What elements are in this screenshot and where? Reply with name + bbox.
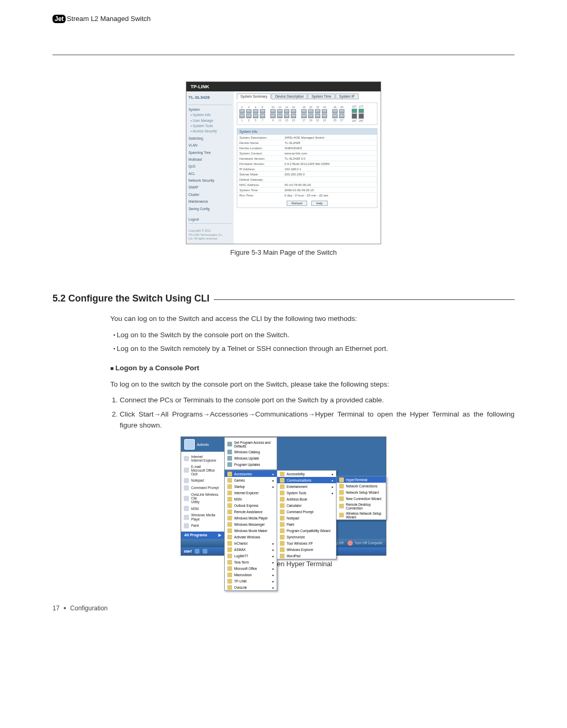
- menu-item: Remote Desktop Connection: [337, 502, 386, 511]
- brand-logo: Jet: [52, 15, 66, 23]
- sub-intro: To log on to the switch by the console p…: [110, 379, 514, 390]
- port-panel: 2143658710912111413161518172019222124232…: [237, 102, 377, 125]
- menu-item: Accessories▸: [225, 471, 277, 477]
- tray-icon: [203, 549, 207, 554]
- figure-5-4-caption: Figure 5-4 Open Hyper Terminal: [52, 560, 514, 568]
- menu-item: System Tools▸: [277, 490, 336, 496]
- subheading: Logon by a Console Port: [110, 363, 514, 374]
- fig1-sidebar: TL-SL3428 System • System Info • User Ma…: [186, 91, 234, 244]
- menu-item: Entertainment▸: [277, 483, 336, 490]
- menu-item: Accessibility▸: [277, 471, 336, 477]
- menu-item: Communications▸: [277, 477, 336, 483]
- menu-item: Wireless Network Setup Wizard: [337, 511, 386, 519]
- menu-item: Activate Windows: [225, 534, 277, 540]
- brand-suffix: Stream: [67, 15, 89, 23]
- section-intro: You can log on to the Switch and access …: [110, 314, 514, 325]
- info-row: Run Time:0 day - 0 hour - 25 min - 22 se…: [237, 192, 377, 197]
- sidebar-item: Multicast: [188, 157, 232, 162]
- menu-item: ASMAX▸: [225, 546, 277, 553]
- figure-5-3-caption: Figure 5-3 Main Page of the Switch: [52, 248, 514, 256]
- bullet-item: Log on to the Switch by the console port…: [113, 330, 514, 341]
- menu-item: Program Compatibility Wizard: [277, 527, 336, 534]
- sidebar-item: VLAN: [188, 143, 232, 148]
- help-button: Help: [311, 201, 327, 206]
- menu-item: Microsoft Office▸: [225, 565, 277, 571]
- pinned-item: Windows Media Playe: [181, 512, 224, 522]
- menu-item: Macrovision▸: [225, 571, 277, 578]
- sidebar-item: Network Security: [188, 178, 232, 183]
- menu-item: Address Book: [277, 496, 336, 502]
- menu-item: IxChariot▸: [225, 540, 277, 546]
- sidebar-item: QoS: [188, 164, 232, 169]
- sidebar-item: Switching: [188, 136, 232, 141]
- section-heading-text: 5.2 Configure the Switch Using CLI: [52, 293, 209, 304]
- sidebar-sub: • System Info: [188, 112, 232, 118]
- menu-item: Network Connections: [337, 483, 386, 489]
- pinned-item: E-mail Microsoft Office Outl: [181, 464, 224, 477]
- menu-item: TP-LINK▸: [225, 578, 277, 584]
- menu-item: Command Prompt: [277, 508, 336, 515]
- menu-item: Windows Update: [225, 455, 277, 461]
- sidebar-logout: Logout: [188, 217, 232, 224]
- pinned-item: Paint: [181, 522, 224, 529]
- tab: System IP: [335, 93, 359, 99]
- avatar-icon: [184, 439, 195, 450]
- tab: Device Description: [271, 93, 307, 99]
- sidebar-sub: • System Tools: [188, 123, 232, 129]
- user-name: Admin: [197, 442, 209, 447]
- pinned-item: MSN: [181, 505, 224, 512]
- page-number: 17: [52, 605, 59, 612]
- menu-item: Games▸: [225, 477, 277, 483]
- menu-item: Synchronize: [277, 534, 336, 540]
- info-row: System Description:24FE+4GE Managed Swit…: [237, 134, 377, 140]
- sidebar-item: Saving Config: [188, 206, 232, 212]
- menu-item: Windows Messenger: [225, 521, 277, 527]
- refresh-button: Refresh: [287, 201, 307, 206]
- menu-item: Windows Media Player: [225, 515, 277, 521]
- all-programs: All Programs▶: [181, 532, 224, 539]
- tab: System Time: [308, 93, 335, 99]
- shutdown-label: Turn Off Computer: [354, 541, 383, 545]
- info-row: System Time:2006-01-06 09:25:15: [237, 187, 377, 192]
- sidebar-item: ACL: [188, 171, 232, 176]
- tab: System Summary: [237, 93, 271, 99]
- info-row: Subnet Mask:255.255.255.0: [237, 171, 377, 176]
- figure-switch-main-page: TP-LINK TL-SL3428 System • System Info •…: [186, 81, 381, 244]
- shutdown-icon: [348, 540, 353, 546]
- menu-item: MSN: [225, 496, 277, 502]
- step-item: Click Start→All Programs→Accessories→Com…: [120, 409, 514, 431]
- sidebar-item: SNMP: [188, 185, 232, 190]
- sidebar-sub: • User Manage: [188, 118, 232, 123]
- menu-item: LogMeTT▸: [225, 553, 277, 559]
- sidebar-item: Spanning Tree: [188, 150, 232, 155]
- menu-item: Startup▸: [225, 483, 277, 490]
- heading-rule: [214, 299, 514, 300]
- start-user: Admin: [181, 437, 224, 452]
- pinned-item: Command Prompt: [181, 484, 224, 492]
- page-header: JetStream L2 Managed Switch: [52, 15, 514, 23]
- menu-item: Tour Windows XP: [277, 540, 336, 546]
- tray-icon: [195, 549, 200, 554]
- menu-item: Paint: [277, 521, 336, 527]
- fig1-model: TL-SL3428: [188, 95, 232, 105]
- sidebar-sub: • Access Security: [188, 129, 232, 134]
- menu-item: Network Setup Wizard: [337, 489, 386, 495]
- menu-item: Outlook Express: [225, 502, 277, 508]
- menu-item: OvisLink▸: [225, 584, 277, 590]
- menu-item: Tera Term▸: [225, 559, 277, 565]
- sidebar-item: System: [188, 107, 232, 112]
- info-row: Device Name:TL-SL3428: [237, 140, 377, 145]
- bullet-item: Log on to the Switch remotely by a Telne…: [113, 344, 514, 355]
- system-info-box: System Info System Description:24FE+4GE …: [237, 128, 377, 208]
- footer-bullet-icon: [64, 605, 66, 612]
- pinned-item: Notepad: [181, 477, 224, 484]
- pinned-item: Internet Internet Explorer: [181, 454, 224, 463]
- info-row: Hardware Version:TL-SL3428 3.0: [237, 155, 377, 161]
- menu-item: Program Updates: [225, 461, 277, 467]
- pinned-item: OvisLink Wireless Clie Utility: [181, 492, 224, 505]
- menu-item: HyperTerminal: [337, 476, 386, 483]
- menu-item: Calculator: [277, 502, 336, 508]
- fig1-tabs: System Summary Device Description System…: [237, 93, 377, 99]
- sidebar-item: Cluster: [188, 192, 232, 197]
- fig1-brandbar: TP-LINK: [186, 82, 381, 91]
